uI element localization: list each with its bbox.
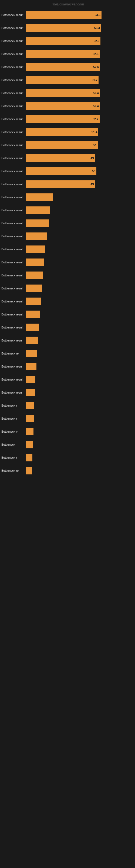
bar-value: 52.9 [93,39,99,42]
bar-wrapper [26,219,132,227]
bar-value: 53.6 [94,13,100,17]
bar-fill [26,246,45,253]
bar-fill [26,272,43,279]
bar-value: 50 [92,169,95,173]
bar-value: 53.3 [94,26,100,30]
bar-fill [26,376,35,383]
bar-row: Bottleneck result [1,257,132,267]
bar-fill: 52.4 [26,102,100,110]
bar-label: Bottleneck result [1,235,26,238]
bar-label: Bottleneck result [1,130,26,134]
bar-wrapper [26,207,132,214]
bar-wrapper: 52.4 [26,102,132,110]
bar-fill: 52.9 [26,37,100,45]
bar-fill [26,193,53,201]
bar-value: 52.4 [92,104,98,108]
bar-label: Bottleneck result [1,209,26,212]
bar-row: Bottleneck result52.4 [1,101,132,111]
bar-fill [26,258,44,266]
bar-value: 49 [90,156,94,160]
bar-label: Bottleneck r [1,417,26,420]
bar-wrapper [26,376,132,383]
bar-row: Bottleneck result [1,231,132,241]
bar-wrapper: 51 [26,141,132,149]
bar-label: Bottleneck v [1,430,26,433]
bar-row: Bottleneck result [1,322,132,332]
bar-row: Bottleneck result [1,283,132,293]
bar-label: Bottleneck result [1,118,26,121]
bar-wrapper: 49 [26,180,132,188]
bar-label: Bottleneck result [1,91,26,95]
bar-row: Bottleneck result [1,205,132,215]
bar-wrapper [26,441,132,448]
bar-row: Bottleneck result [1,297,132,306]
bar-label: Bottleneck result [1,313,26,316]
bar-wrapper [26,193,132,201]
bar-wrapper: 51.7 [26,76,132,84]
bar-wrapper [26,311,132,318]
bar-value: 52.3 [92,52,98,56]
bar-label: Bottleneck result [1,156,26,160]
bar-wrapper [26,415,132,422]
chart-container: Bottleneck result53.6Bottleneck result53… [0,7,135,482]
bar-label: Bottleneck resu [1,391,26,394]
bar-wrapper [26,428,132,435]
bar-label: Bottleneck r [1,456,26,459]
bar-fill: 53.3 [26,24,101,32]
bar-label: Bottleneck result [1,104,26,108]
bar-fill [26,467,32,474]
bar-wrapper: 52.2 [26,115,132,123]
bar-value: 51 [93,144,97,147]
bar-fill: 52.3 [26,50,100,58]
bar-label: Bottleneck re [1,469,26,472]
bar-label: Bottleneck result [1,274,26,277]
bar-fill: 52.6 [26,63,100,71]
bar-label: Bottleneck result [1,13,26,17]
bar-wrapper [26,454,132,461]
bar-row: Bottleneck result52.6 [1,62,132,72]
bar-row: Bottleneck result52.3 [1,49,132,59]
bar-wrapper: 49 [26,154,132,162]
bar-value: 51.4 [91,130,97,134]
bar-label: Bottleneck r [1,404,26,407]
site-header: TheBottlenecker.com [0,0,135,7]
bar-fill [26,311,40,318]
bar-row: Bottleneck result52.2 [1,114,132,124]
bar-row: Bottleneck re [1,466,132,475]
bar-wrapper [26,298,132,305]
bar-row: Bottleneck resu [1,336,132,345]
bar-value: 52.4 [92,91,98,95]
bar-row: Bottleneck result51 [1,140,132,150]
bar-row: Bottleneck result [1,310,132,319]
bar-fill [26,207,50,214]
bar-label: Bottleneck result [1,300,26,303]
bar-fill [26,415,34,422]
bar-fill [26,428,34,435]
bar-row: Bottleneck result [1,375,132,384]
bar-label: Bottleneck result [1,26,26,30]
bar-wrapper [26,467,132,474]
bar-row: Bottleneck v [1,427,132,436]
bar-fill [26,219,49,227]
bar-label: Bottleneck result [1,169,26,173]
bar-row: Bottleneck result [1,271,132,280]
bar-fill [26,454,32,461]
bar-fill [26,350,37,357]
bar-label: Bottleneck resu [1,365,26,368]
bar-wrapper [26,402,132,409]
bar-fill: 52.4 [26,89,100,97]
bar-fill [26,232,47,240]
bar-fill [26,323,39,331]
bar-label: Bottleneck resu [1,339,26,342]
bar-value: 49 [90,183,94,186]
bar-wrapper: 51.4 [26,128,132,136]
bar-label: Bottleneck result [1,39,26,42]
bar-fill: 53.6 [26,11,101,19]
bar-wrapper: 52.4 [26,89,132,97]
bar-row: Bottleneck result [1,218,132,228]
bar-row: Bottleneck resu [1,388,132,397]
bar-fill [26,402,34,409]
bar-label: Bottleneck result [1,144,26,147]
bar-fill [26,284,42,292]
bar-label: Bottleneck re [1,352,26,355]
